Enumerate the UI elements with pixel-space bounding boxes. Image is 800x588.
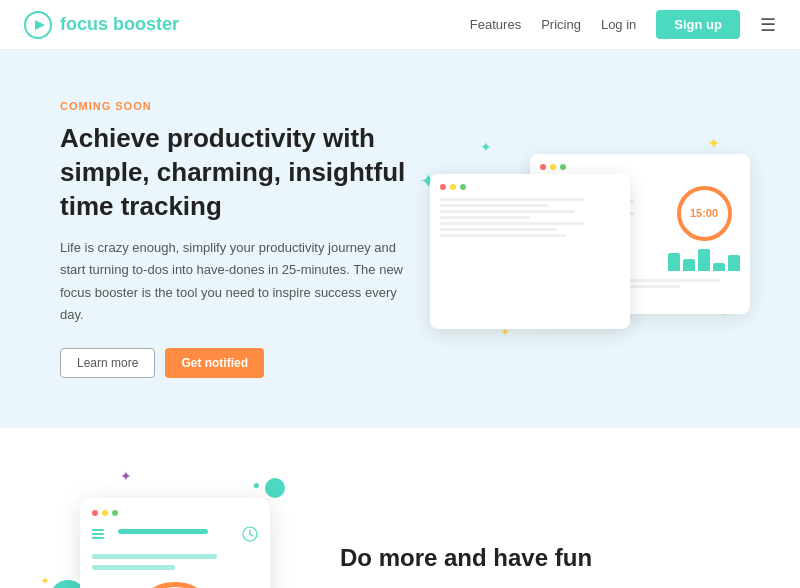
logo-icon bbox=[24, 11, 52, 39]
dot-yellow-2 bbox=[450, 184, 456, 190]
hero-section: COMING SOON Achieve productivity with si… bbox=[0, 50, 800, 428]
svg-marker-1 bbox=[35, 20, 45, 30]
hero-description: Life is crazy enough, simplify your prod… bbox=[60, 237, 420, 325]
timer-card: 06:07 bbox=[80, 498, 270, 588]
h-line-1 bbox=[92, 529, 104, 531]
sparkle-purple: ✦ bbox=[120, 468, 132, 484]
timer-mockup-wrap: ✦ ● ✦ ✦ bbox=[60, 478, 280, 588]
timer-card-dots bbox=[92, 510, 258, 516]
nav-login[interactable]: Log in bbox=[601, 17, 636, 32]
main-nav: Features Pricing Log in Sign up ☰ bbox=[470, 10, 776, 39]
section2: ✦ ● ✦ ✦ bbox=[0, 428, 800, 588]
mini-timer-circle: 15:00 bbox=[677, 186, 732, 241]
dot-yellow bbox=[550, 164, 556, 170]
logo: focus booster bbox=[24, 11, 179, 39]
sparkle-yellow-s2-2: ✦ bbox=[40, 574, 50, 588]
header: focus booster Features Pricing Log in Si… bbox=[0, 0, 800, 50]
section2-title: Do more and have fun bbox=[340, 544, 760, 572]
teal-dot-badge bbox=[265, 478, 285, 498]
hero-title: Achieve productivity with simple, charmi… bbox=[60, 122, 420, 223]
timer-dot-yellow bbox=[102, 510, 108, 516]
nav-pricing[interactable]: Pricing bbox=[541, 17, 581, 32]
nav-features[interactable]: Features bbox=[470, 17, 521, 32]
dot-green-2 bbox=[460, 184, 466, 190]
timer-header bbox=[92, 526, 258, 542]
timer-task-line-1 bbox=[92, 554, 217, 559]
dot-green bbox=[560, 164, 566, 170]
coming-soon-badge: COMING SOON bbox=[60, 100, 420, 112]
mockup-card-front bbox=[430, 174, 630, 329]
dot-red bbox=[540, 164, 546, 170]
clock-icon-small bbox=[242, 526, 258, 542]
hero-illustration: ✦ ✦ ✦ ✦ ✦ ✦ bbox=[420, 129, 760, 349]
section2-text: Do more and have fun Power through distr… bbox=[340, 544, 760, 588]
learn-more-button[interactable]: Learn more bbox=[60, 348, 155, 378]
sparkle-teal-s2: ● bbox=[253, 478, 260, 492]
card-dots-back bbox=[540, 164, 740, 170]
hero-buttons: Learn more Get notified bbox=[60, 348, 420, 378]
hero-mockup: 15:00 bbox=[430, 134, 750, 344]
card-dots-front bbox=[440, 184, 620, 190]
big-timer-circle: 06:07 bbox=[130, 582, 220, 588]
timer-dot-red bbox=[92, 510, 98, 516]
timer-task-line-2 bbox=[92, 565, 175, 570]
logo-text: focus booster bbox=[60, 14, 179, 35]
h-line-2 bbox=[92, 533, 104, 535]
get-notified-button[interactable]: Get notified bbox=[165, 348, 264, 378]
timer-header-line-1 bbox=[118, 529, 208, 534]
timer-dot-green bbox=[112, 510, 118, 516]
svg-line-7 bbox=[250, 534, 253, 536]
hero-content: COMING SOON Achieve productivity with si… bbox=[60, 100, 420, 378]
menu-icon[interactable]: ☰ bbox=[760, 14, 776, 36]
hamburger-icon bbox=[92, 529, 104, 539]
signup-button[interactable]: Sign up bbox=[656, 10, 740, 39]
dot-red-2 bbox=[440, 184, 446, 190]
h-line-3 bbox=[92, 537, 104, 539]
mini-bars bbox=[668, 249, 740, 271]
